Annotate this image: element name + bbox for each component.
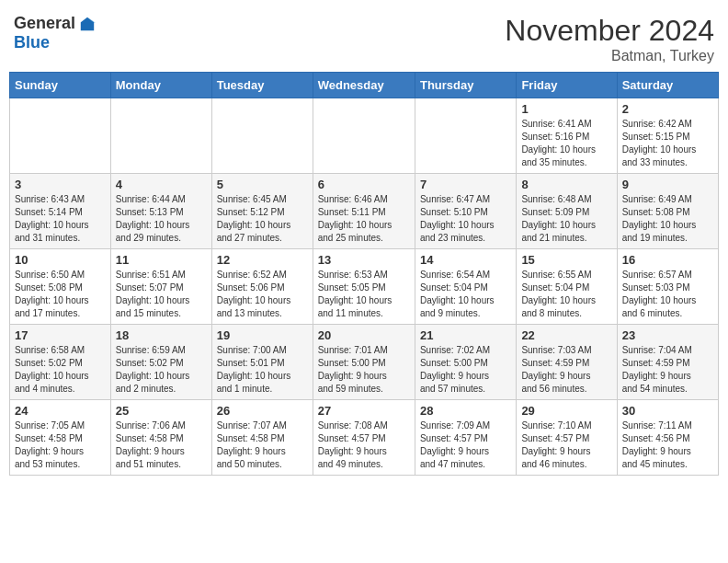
calendar-week-5: 24Sunrise: 7:05 AM Sunset: 4:58 PM Dayli…: [10, 400, 719, 476]
calendar-cell: 20Sunrise: 7:01 AM Sunset: 5:00 PM Dayli…: [313, 325, 415, 400]
calendar-cell: 13Sunrise: 6:53 AM Sunset: 5:05 PM Dayli…: [313, 249, 415, 325]
logo-icon: [79, 16, 96, 32]
day-number: 17: [15, 328, 106, 342]
weekday-header-saturday: Saturday: [617, 73, 718, 98]
weekday-header-friday: Friday: [517, 73, 617, 98]
day-number: 11: [116, 253, 207, 267]
calendar-cell: 26Sunrise: 7:07 AM Sunset: 4:58 PM Dayli…: [211, 400, 313, 476]
day-info: Sunrise: 7:09 AM Sunset: 4:57 PM Dayligh…: [420, 419, 511, 471]
day-number: 24: [15, 404, 106, 418]
day-info: Sunrise: 6:59 AM Sunset: 5:02 PM Dayligh…: [116, 344, 207, 396]
day-number: 12: [217, 253, 308, 267]
day-info: Sunrise: 7:02 AM Sunset: 5:00 PM Dayligh…: [420, 344, 511, 396]
day-info: Sunrise: 7:04 AM Sunset: 4:59 PM Dayligh…: [622, 344, 713, 396]
calendar-cell: 4Sunrise: 6:44 AM Sunset: 5:13 PM Daylig…: [110, 174, 211, 249]
day-info: Sunrise: 6:54 AM Sunset: 5:04 PM Dayligh…: [420, 269, 511, 320]
calendar-cell: 2Sunrise: 6:42 AM Sunset: 5:15 PM Daylig…: [617, 98, 718, 174]
calendar-cell: 23Sunrise: 7:04 AM Sunset: 4:59 PM Dayli…: [617, 325, 718, 400]
calendar-cell: 28Sunrise: 7:09 AM Sunset: 4:57 PM Dayli…: [415, 400, 516, 476]
day-number: 6: [318, 178, 410, 191]
weekday-header-row: SundayMondayTuesdayWednesdayThursdayFrid…: [10, 73, 719, 98]
day-info: Sunrise: 7:01 AM Sunset: 5:00 PM Dayligh…: [318, 344, 410, 396]
day-number: 28: [420, 404, 511, 418]
day-info: Sunrise: 6:53 AM Sunset: 5:05 PM Dayligh…: [318, 269, 410, 320]
day-info: Sunrise: 6:46 AM Sunset: 5:11 PM Dayligh…: [318, 193, 410, 245]
day-number: 4: [116, 178, 207, 191]
day-number: 25: [116, 404, 207, 418]
day-number: 3: [15, 178, 106, 191]
day-number: 21: [420, 328, 511, 342]
day-info: Sunrise: 6:52 AM Sunset: 5:06 PM Dayligh…: [217, 269, 308, 320]
calendar-cell: [10, 98, 111, 174]
day-info: Sunrise: 6:58 AM Sunset: 5:02 PM Dayligh…: [15, 344, 106, 396]
calendar-cell: 9Sunrise: 6:49 AM Sunset: 5:08 PM Daylig…: [617, 174, 718, 249]
calendar-cell: 29Sunrise: 7:10 AM Sunset: 4:57 PM Dayli…: [517, 400, 617, 476]
day-info: Sunrise: 6:50 AM Sunset: 5:08 PM Dayligh…: [15, 269, 106, 320]
calendar-cell: 15Sunrise: 6:55 AM Sunset: 5:04 PM Dayli…: [517, 249, 617, 325]
calendar-table: SundayMondayTuesdayWednesdayThursdayFrid…: [9, 72, 719, 476]
calendar-week-3: 10Sunrise: 6:50 AM Sunset: 5:08 PM Dayli…: [10, 249, 719, 325]
day-number: 14: [420, 253, 511, 267]
day-number: 13: [318, 253, 410, 267]
day-number: 7: [420, 178, 511, 191]
day-number: 5: [217, 178, 308, 191]
day-info: Sunrise: 7:03 AM Sunset: 4:59 PM Dayligh…: [521, 344, 611, 396]
weekday-header-wednesday: Wednesday: [313, 73, 415, 98]
day-info: Sunrise: 7:10 AM Sunset: 4:57 PM Dayligh…: [521, 419, 611, 471]
day-info: Sunrise: 7:07 AM Sunset: 4:58 PM Dayligh…: [217, 419, 308, 471]
calendar-week-4: 17Sunrise: 6:58 AM Sunset: 5:02 PM Dayli…: [10, 325, 719, 400]
day-info: Sunrise: 6:51 AM Sunset: 5:07 PM Dayligh…: [116, 269, 207, 320]
calendar-cell: [110, 98, 211, 174]
logo-general-text: General: [14, 14, 75, 33]
day-number: 29: [521, 404, 611, 418]
calendar-cell: 27Sunrise: 7:08 AM Sunset: 4:57 PM Dayli…: [313, 400, 415, 476]
day-info: Sunrise: 6:49 AM Sunset: 5:08 PM Dayligh…: [622, 193, 713, 245]
calendar-cell: 30Sunrise: 7:11 AM Sunset: 4:56 PM Dayli…: [617, 400, 718, 476]
calendar-cell: 25Sunrise: 7:06 AM Sunset: 4:58 PM Dayli…: [110, 400, 211, 476]
day-info: Sunrise: 6:45 AM Sunset: 5:12 PM Dayligh…: [217, 193, 308, 245]
day-info: Sunrise: 6:47 AM Sunset: 5:10 PM Dayligh…: [420, 193, 511, 245]
day-number: 15: [521, 253, 611, 267]
day-info: Sunrise: 6:41 AM Sunset: 5:16 PM Dayligh…: [521, 118, 611, 169]
calendar-cell: 3Sunrise: 6:43 AM Sunset: 5:14 PM Daylig…: [10, 174, 111, 249]
day-number: 9: [622, 178, 713, 191]
logo: General Blue: [14, 14, 96, 52]
day-number: 30: [622, 404, 713, 418]
day-info: Sunrise: 6:44 AM Sunset: 5:13 PM Dayligh…: [116, 193, 207, 245]
calendar-cell: 7Sunrise: 6:47 AM Sunset: 5:10 PM Daylig…: [415, 174, 516, 249]
day-number: 23: [622, 328, 713, 342]
day-number: 22: [521, 328, 611, 342]
calendar-cell: 12Sunrise: 6:52 AM Sunset: 5:06 PM Dayli…: [211, 249, 313, 325]
calendar-cell: 11Sunrise: 6:51 AM Sunset: 5:07 PM Dayli…: [110, 249, 211, 325]
calendar-cell: [211, 98, 313, 174]
day-number: 18: [116, 328, 207, 342]
calendar-cell: 5Sunrise: 6:45 AM Sunset: 5:12 PM Daylig…: [211, 174, 313, 249]
day-number: 20: [318, 328, 410, 342]
day-info: Sunrise: 7:06 AM Sunset: 4:58 PM Dayligh…: [116, 419, 207, 471]
logo-blue-text: Blue: [14, 33, 50, 52]
calendar-cell: 21Sunrise: 7:02 AM Sunset: 5:00 PM Dayli…: [415, 325, 516, 400]
calendar-cell: 22Sunrise: 7:03 AM Sunset: 4:59 PM Dayli…: [517, 325, 617, 400]
day-info: Sunrise: 6:55 AM Sunset: 5:04 PM Dayligh…: [521, 269, 611, 320]
calendar-cell: 1Sunrise: 6:41 AM Sunset: 5:16 PM Daylig…: [517, 98, 617, 174]
weekday-header-sunday: Sunday: [10, 73, 111, 98]
month-title: November 2024: [505, 14, 714, 48]
day-info: Sunrise: 7:00 AM Sunset: 5:01 PM Dayligh…: [217, 344, 308, 396]
calendar-cell: 17Sunrise: 6:58 AM Sunset: 5:02 PM Dayli…: [10, 325, 111, 400]
calendar-cell: 16Sunrise: 6:57 AM Sunset: 5:03 PM Dayli…: [617, 249, 718, 325]
day-number: 2: [622, 102, 713, 116]
calendar-cell: [313, 98, 415, 174]
calendar-cell: 6Sunrise: 6:46 AM Sunset: 5:11 PM Daylig…: [313, 174, 415, 249]
weekday-header-thursday: Thursday: [415, 73, 516, 98]
day-info: Sunrise: 6:57 AM Sunset: 5:03 PM Dayligh…: [622, 269, 713, 320]
day-info: Sunrise: 6:48 AM Sunset: 5:09 PM Dayligh…: [521, 193, 611, 245]
calendar-cell: 19Sunrise: 7:00 AM Sunset: 5:01 PM Dayli…: [211, 325, 313, 400]
calendar-cell: 14Sunrise: 6:54 AM Sunset: 5:04 PM Dayli…: [415, 249, 516, 325]
svg-marker-0: [81, 17, 94, 29]
location-title: Batman, Turkey: [505, 48, 714, 64]
day-info: Sunrise: 7:11 AM Sunset: 4:56 PM Dayligh…: [622, 419, 713, 471]
page-header: General Blue November 2024 Batman, Turke…: [9, 9, 719, 64]
day-number: 1: [521, 102, 611, 116]
weekday-header-monday: Monday: [110, 73, 211, 98]
calendar-cell: 18Sunrise: 6:59 AM Sunset: 5:02 PM Dayli…: [110, 325, 211, 400]
